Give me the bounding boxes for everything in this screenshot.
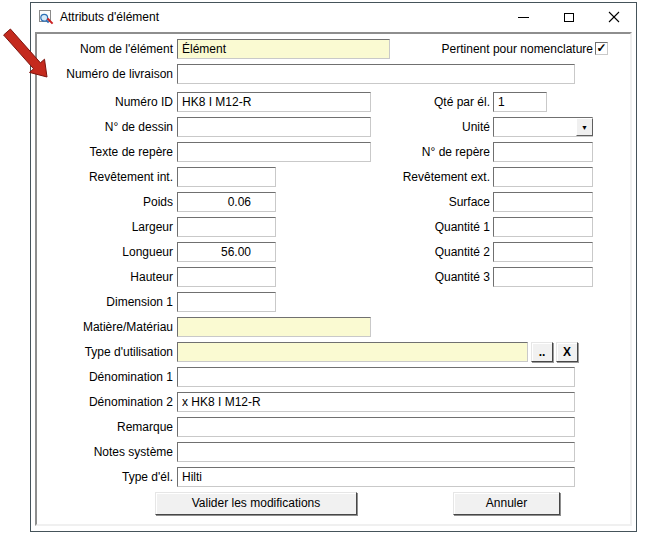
numero-id-label: Numéro ID <box>37 92 173 112</box>
row-denomination2: Dénomination 2 <box>37 392 630 412</box>
unite-label: Unité <box>375 117 490 137</box>
poids-input[interactable] <box>177 192 276 212</box>
minimize-icon <box>518 17 529 18</box>
element-attributes-dialog: Attributs d'élément Nom de l'élément Per… <box>30 2 637 532</box>
quantite2-label: Quantité 2 <box>375 242 490 262</box>
texte-repere-label: Texte de repère <box>37 142 173 162</box>
row-notes-systeme: Notes système <box>37 442 630 462</box>
type-utilisation-input[interactable] <box>177 342 528 362</box>
texte-repere-input[interactable] <box>177 142 371 162</box>
quantite3-input[interactable] <box>493 267 593 287</box>
type-el-label: Type d'él. <box>37 467 173 487</box>
longueur-label: Longueur <box>37 242 173 262</box>
denomination2-input[interactable] <box>177 392 575 412</box>
close-icon <box>608 11 620 23</box>
row-denomination1: Dénomination 1 <box>37 367 630 387</box>
minimize-button[interactable] <box>501 3 546 31</box>
poids-label: Poids <box>37 192 173 212</box>
longueur-input[interactable] <box>177 242 276 262</box>
largeur-label: Largeur <box>37 217 173 237</box>
qte-par-el-input[interactable] <box>493 92 547 112</box>
row-buttons: Valider les modifications Annuler <box>37 492 630 515</box>
denomination1-input[interactable] <box>177 367 575 387</box>
quantite2-input[interactable] <box>493 242 593 262</box>
type-utilisation-browse-button[interactable]: .. <box>531 342 553 362</box>
denomination2-label: Dénomination 2 <box>37 392 173 412</box>
dimension1-label: Dimension 1 <box>37 292 173 312</box>
quantite1-label: Quantité 1 <box>375 217 490 237</box>
hauteur-input[interactable] <box>177 267 276 287</box>
cancel-button[interactable]: Annuler <box>453 492 560 515</box>
close-button[interactable] <box>591 3 636 31</box>
row-hauteur: Hauteur Quantité 3 <box>37 267 630 287</box>
denomination1-label: Dénomination 1 <box>37 367 173 387</box>
checkmark-icon: ✓ <box>596 43 606 54</box>
pertinent-checkbox[interactable]: ✓ <box>595 42 608 55</box>
type-utilisation-clear-button[interactable]: X <box>556 342 578 362</box>
n-repere-label: N° de repère <box>375 142 490 162</box>
row-longueur: Longueur Quantité 2 <box>37 242 630 262</box>
revetement-int-label: Revêtement int. <box>37 167 173 187</box>
matiere-input[interactable] <box>177 317 371 337</box>
row-dessin: N° de dessin Unité ▼ <box>37 117 630 137</box>
quantite1-input[interactable] <box>493 217 593 237</box>
row-matiere: Matière/Matériau <box>37 317 630 337</box>
remarque-input[interactable] <box>177 417 575 437</box>
chevron-down-icon: ▼ <box>581 124 588 131</box>
type-utilisation-label: Type d'utilisation <box>37 342 173 362</box>
row-texte-repere: Texte de repère N° de repère <box>37 142 630 162</box>
row-poids: Poids Surface <box>37 192 630 212</box>
surface-label: Surface <box>375 192 490 212</box>
row-type-utilisation: Type d'utilisation .. X <box>37 342 630 362</box>
revetement-ext-label: Revêtement ext. <box>375 167 490 187</box>
validate-button[interactable]: Valider les modifications <box>155 492 357 515</box>
hauteur-label: Hauteur <box>37 267 173 287</box>
dessin-label: N° de dessin <box>37 117 173 137</box>
maximize-icon <box>564 13 574 22</box>
maximize-button[interactable] <box>546 3 591 31</box>
numero-id-input[interactable] <box>177 92 371 112</box>
unite-dropdown-button[interactable]: ▼ <box>576 118 593 136</box>
largeur-input[interactable] <box>177 217 276 237</box>
dimension1-input[interactable] <box>177 292 276 312</box>
pertinent-label: Pertinent pour nomenclature <box>337 39 593 59</box>
row-dimension1: Dimension 1 <box>37 292 630 312</box>
row-type-el: Type d'él. <box>37 467 630 487</box>
row-livraison: Numéro de livraison <box>37 64 630 84</box>
n-repere-input[interactable] <box>493 142 593 162</box>
row-nom: Nom de l'élément Pertinent pour nomencla… <box>37 39 630 59</box>
revetement-ext-input[interactable] <box>493 167 593 187</box>
surface-input[interactable] <box>493 192 593 212</box>
notes-systeme-label: Notes système <box>37 442 173 462</box>
notes-systeme-input[interactable] <box>177 442 575 462</box>
row-remarque: Remarque <box>37 417 630 437</box>
red-arrow-annotation <box>0 26 58 86</box>
matiere-label: Matière/Matériau <box>37 317 173 337</box>
quantite3-label: Quantité 3 <box>375 267 490 287</box>
dessin-input[interactable] <box>177 117 371 137</box>
type-el-input[interactable] <box>177 467 575 487</box>
window-icon <box>38 9 54 25</box>
livraison-input[interactable] <box>177 64 575 84</box>
form-panel: Nom de l'élément Pertinent pour nomencla… <box>35 32 632 526</box>
titlebar[interactable]: Attributs d'élément <box>31 3 636 31</box>
qte-par-el-label: Qté par él. <box>375 92 490 112</box>
row-revetement: Revêtement int. Revêtement ext. <box>37 167 630 187</box>
row-numero-id: Numéro ID Qté par él. <box>37 92 630 112</box>
remarque-label: Remarque <box>37 417 173 437</box>
row-largeur: Largeur Quantité 1 <box>37 217 630 237</box>
window-title: Attributs d'élément <box>60 10 159 24</box>
revetement-int-input[interactable] <box>177 167 276 187</box>
